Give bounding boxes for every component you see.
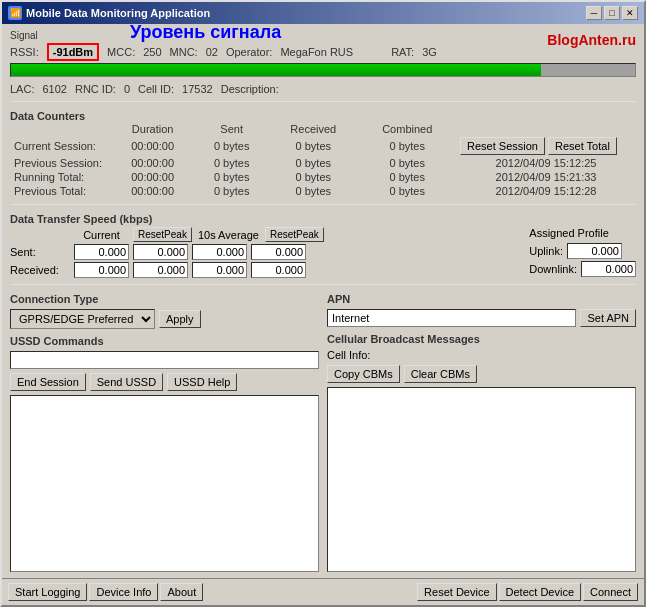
speed-section: Data Transfer Speed (kbps) Current Reset…	[10, 211, 636, 278]
operator-label: Operator:	[226, 46, 272, 58]
running-received: 0 bytes	[268, 170, 358, 184]
copy-cbms-button[interactable]: Copy CBMs	[327, 365, 400, 383]
conn-type-select[interactable]: GPRS/EDGE Preferred UMTS Only GSM Only	[10, 309, 155, 329]
send-ussd-button[interactable]: Send USSD	[90, 373, 163, 391]
prev-session-duration: 00:00:00	[110, 156, 195, 170]
detect-device-button[interactable]: Detect Device	[499, 583, 581, 601]
apn-input[interactable]	[327, 309, 576, 327]
description-label: Description:	[221, 83, 279, 95]
reset-total-button[interactable]: Reset Total	[548, 137, 617, 155]
device-info-button[interactable]: Device Info	[89, 583, 158, 601]
data-counters-section: Data Counters Duration Sent Received Com…	[10, 108, 636, 198]
ussd-buttons: End Session Send USSD USSD Help	[10, 373, 319, 391]
cbm-output-area	[327, 387, 636, 572]
cell-info-row: Cell Info:	[327, 349, 636, 361]
end-session-button[interactable]: End Session	[10, 373, 86, 391]
ussd-help-button[interactable]: USSD Help	[167, 373, 237, 391]
running-timestamp: 2012/04/09 15:21:33	[456, 170, 636, 184]
title-controls: ─ □ ✕	[586, 6, 638, 20]
clear-cbms-button[interactable]: Clear CBMs	[404, 365, 477, 383]
apn-row: Set APN	[327, 309, 636, 327]
cbm-buttons: Copy CBMs Clear CBMs	[327, 365, 636, 383]
about-button[interactable]: About	[160, 583, 203, 601]
rnc-label: RNC ID:	[75, 83, 116, 95]
col-header-duration: Duration	[110, 122, 195, 136]
left-panel: Connection Type GPRS/EDGE Preferred UMTS…	[10, 291, 319, 572]
window-title: Mobile Data Monitoring Application	[26, 7, 210, 19]
signal-strength-bar	[10, 63, 636, 77]
received-peak-input[interactable]	[133, 262, 188, 278]
ussd-input[interactable]	[10, 351, 319, 369]
prev-session-combined: 0 bytes	[358, 156, 456, 170]
signal-row: RSSI: -91dBm MCC: 250 MNC: 02 Operator: …	[10, 43, 636, 61]
downlink-label: Downlink:	[529, 263, 577, 275]
reset-session-button[interactable]: Reset Session	[460, 137, 545, 155]
divider-3	[10, 284, 636, 285]
close-button[interactable]: ✕	[622, 6, 638, 20]
content-area: Уровень сигнала BlogAnten.ru Signal RSSI…	[2, 24, 644, 578]
sent-current-input[interactable]	[74, 244, 129, 260]
col-current-label: Current	[74, 229, 129, 241]
lac-row: LAC: 6102 RNC ID: 0 Cell ID: 17532 Descr…	[10, 83, 636, 95]
rat-value: 3G	[422, 46, 437, 58]
uplink-input[interactable]	[567, 243, 622, 259]
app-icon: 📶	[8, 6, 22, 20]
col-header-combined: Combined	[358, 122, 456, 136]
sent-speed-label: Sent:	[10, 246, 70, 258]
signal-section: Уровень сигнала BlogAnten.ru Signal RSSI…	[10, 30, 636, 77]
apply-button[interactable]: Apply	[159, 310, 201, 328]
downlink-input[interactable]	[581, 261, 636, 277]
rssi-label: RSSI:	[10, 46, 39, 58]
data-counters-header: Data Counters	[10, 110, 636, 122]
row-label: Previous Session:	[10, 156, 110, 170]
received-10s-input[interactable]	[192, 262, 247, 278]
current-duration: 00:00:00	[110, 136, 195, 156]
conn-type-row: GPRS/EDGE Preferred UMTS Only GSM Only A…	[10, 309, 319, 329]
current-sent: 0 bytes	[195, 136, 268, 156]
start-logging-button[interactable]: Start Logging	[8, 583, 87, 601]
mcc-value: 250	[143, 46, 161, 58]
lac-label: LAC:	[10, 83, 34, 95]
minimize-button[interactable]: ─	[586, 6, 602, 20]
rat-label: RAT:	[391, 46, 414, 58]
table-row: Running Total: 00:00:00 0 bytes 0 bytes …	[10, 170, 636, 184]
prev-session-timestamp: 2012/04/09 15:12:25	[456, 156, 636, 170]
table-row: Current Session: 00:00:00 0 bytes 0 byte…	[10, 136, 636, 156]
assigned-profile-label: Assigned Profile	[529, 227, 636, 239]
current-actions: Reset Session Reset Total	[456, 136, 636, 156]
reset-device-button[interactable]: Reset Device	[417, 583, 496, 601]
right-panel: APN Set APN Cellular Broadcast Messages …	[327, 291, 636, 572]
annotation-text: Уровень сигнала	[130, 24, 281, 43]
prev-total-received: 0 bytes	[268, 184, 358, 198]
cbm-header: Cellular Broadcast Messages	[327, 333, 636, 345]
prev-session-received: 0 bytes	[268, 156, 358, 170]
row-label: Running Total:	[10, 170, 110, 184]
sent-10s-input[interactable]	[192, 244, 247, 260]
connect-button[interactable]: Connect	[583, 583, 638, 601]
data-counters-table: Duration Sent Received Combined Current …	[10, 122, 636, 198]
divider-2	[10, 204, 636, 205]
row-label: Current Session:	[10, 136, 110, 156]
sent-peak-input[interactable]	[133, 244, 188, 260]
prev-total-duration: 00:00:00	[110, 184, 195, 198]
title-bar-left: 📶 Mobile Data Monitoring Application	[8, 6, 210, 20]
signal-label: Signal	[10, 30, 636, 41]
rnc-value: 0	[124, 83, 130, 95]
col-header-sent: Sent	[195, 122, 268, 136]
reset-peak-button-2[interactable]: ResetPeak	[265, 227, 324, 242]
mnc-value: 02	[206, 46, 218, 58]
running-combined: 0 bytes	[358, 170, 456, 184]
set-apn-button[interactable]: Set APN	[580, 309, 636, 327]
title-bar: 📶 Mobile Data Monitoring Application ─ □…	[2, 2, 644, 24]
received-current-input[interactable]	[74, 262, 129, 278]
reset-peak-button-1[interactable]: ResetPeak	[133, 227, 192, 242]
apn-header: APN	[327, 293, 636, 305]
running-sent: 0 bytes	[195, 170, 268, 184]
ussd-header: USSD Commands	[10, 335, 319, 347]
cell-id-label: Cell ID:	[138, 83, 174, 95]
sent-avg-input[interactable]	[251, 244, 306, 260]
maximize-button[interactable]: □	[604, 6, 620, 20]
bottom-sections: Connection Type GPRS/EDGE Preferred UMTS…	[10, 291, 636, 572]
received-avg-input[interactable]	[251, 262, 306, 278]
cell-info-label: Cell Info:	[327, 349, 370, 361]
